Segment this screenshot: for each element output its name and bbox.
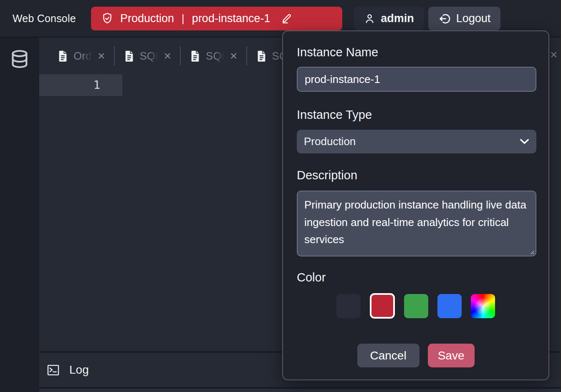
file-icon — [57, 50, 68, 63]
tab-close-icon[interactable]: × — [230, 50, 238, 62]
color-swatch-default[interactable] — [336, 294, 361, 318]
environment-label: Production — [120, 12, 174, 25]
user-icon — [364, 13, 375, 24]
file-icon — [256, 50, 267, 63]
file-icon — [124, 50, 135, 63]
environment-badge[interactable]: Production | prod-instance-1 — [91, 7, 342, 30]
user-name: admin — [381, 12, 414, 25]
database-icon[interactable] — [10, 48, 30, 70]
tab-item[interactable]: Ord × — [48, 50, 114, 63]
line-number: 1 — [94, 78, 100, 91]
badge-separator: | — [181, 12, 185, 25]
logout-icon — [438, 13, 451, 25]
instance-type-select[interactable]: Production — [297, 130, 536, 153]
logout-label: Logout — [456, 12, 491, 25]
logout-button[interactable]: Logout — [428, 7, 500, 30]
line-number-gutter: 1 — [39, 74, 122, 96]
tab-label: SQL — [140, 50, 159, 63]
tab-label: SQL — [206, 50, 225, 63]
chevron-down-icon — [520, 138, 529, 145]
dialog-actions: Cancel Save — [283, 344, 548, 367]
tab-close-icon[interactable]: × — [164, 50, 172, 62]
app-title: Web Console — [13, 0, 76, 37]
cancel-button[interactable]: Cancel — [357, 344, 419, 367]
edit-icon[interactable] — [281, 13, 293, 25]
instance-name-input[interactable] — [297, 67, 536, 92]
tab-label: Ord — [73, 50, 93, 63]
tab-item[interactable]: SQL × — [115, 50, 180, 63]
color-swatch-red[interactable] — [370, 293, 395, 319]
log-panel-label: Log — [69, 363, 89, 377]
color-swatch-green[interactable] — [404, 294, 428, 318]
description-textarea[interactable]: Primary production instance handling liv… — [297, 191, 536, 256]
status-strip — [39, 389, 561, 392]
color-field-label: Color — [297, 271, 326, 284]
description-field-label: Description — [297, 168, 357, 182]
tab-close-icon[interactable]: × — [98, 50, 105, 62]
shield-check-icon — [101, 12, 114, 25]
color-swatch-rainbow[interactable] — [471, 294, 495, 318]
instance-name-label: prod-instance-1 — [192, 12, 270, 25]
instance-settings-dialog: Instance Name Instance Type Production D… — [282, 30, 549, 380]
user-chip[interactable]: admin — [354, 7, 424, 30]
save-button[interactable]: Save — [428, 344, 475, 367]
instance-name-field-label: Instance Name — [297, 45, 378, 59]
color-swatch-row — [283, 293, 548, 319]
tab-item[interactable]: SQL × — [181, 50, 246, 63]
instance-type-field-label: Instance Type — [297, 108, 372, 122]
tab-close-icon[interactable]: × — [550, 48, 558, 61]
sidebar — [0, 38, 39, 392]
terminal-icon — [47, 364, 60, 377]
color-swatch-blue[interactable] — [437, 294, 462, 318]
file-icon — [190, 50, 201, 63]
instance-type-value: Production — [304, 135, 356, 148]
